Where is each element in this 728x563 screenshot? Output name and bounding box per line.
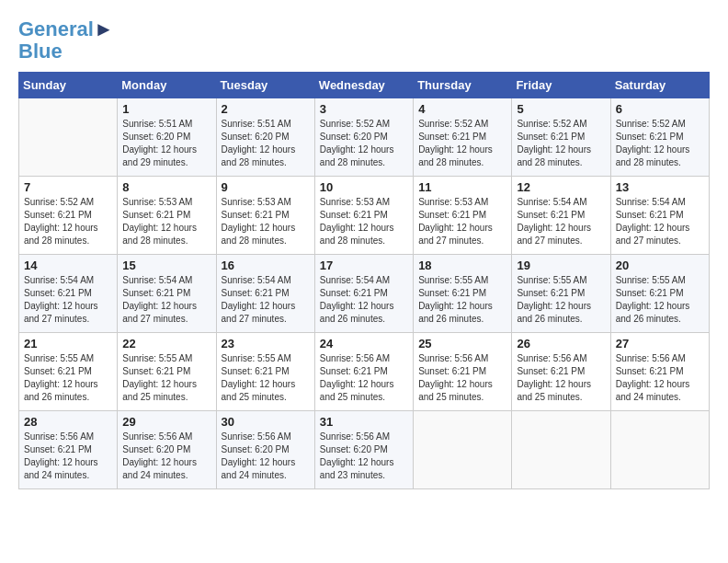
week-row-5: 28Sunrise: 5:56 AM Sunset: 6:21 PM Dayli… (19, 411, 710, 489)
calendar-cell: 3Sunrise: 5:52 AM Sunset: 6:20 PM Daylig… (314, 98, 413, 177)
day-header-wednesday: Wednesday (314, 73, 413, 98)
cell-info: Sunrise: 5:51 AM Sunset: 6:20 PM Dayligh… (122, 118, 210, 169)
calendar-cell: 2Sunrise: 5:51 AM Sunset: 6:20 PM Daylig… (216, 98, 314, 177)
calendar-cell: 4Sunrise: 5:52 AM Sunset: 6:21 PM Daylig… (414, 98, 512, 177)
day-header-sunday: Sunday (19, 73, 118, 98)
calendar-cell: 1Sunrise: 5:51 AM Sunset: 6:20 PM Daylig… (118, 98, 216, 177)
cell-info: Sunrise: 5:56 AM Sunset: 6:21 PM Dayligh… (517, 352, 605, 404)
day-header-monday: Monday (118, 73, 216, 98)
week-row-3: 14Sunrise: 5:54 AM Sunset: 6:21 PM Dayli… (19, 255, 710, 333)
day-number: 8 (122, 180, 210, 194)
cell-info: Sunrise: 5:54 AM Sunset: 6:21 PM Dayligh… (517, 196, 605, 247)
calendar-table: SundayMondayTuesdayWednesdayThursdayFrid… (18, 72, 710, 489)
day-number: 4 (418, 102, 506, 116)
calendar-cell: 12Sunrise: 5:54 AM Sunset: 6:21 PM Dayli… (512, 177, 610, 255)
calendar-cell: 6Sunrise: 5:52 AM Sunset: 6:21 PM Daylig… (610, 98, 709, 177)
cell-info: Sunrise: 5:53 AM Sunset: 6:21 PM Dayligh… (222, 196, 310, 247)
calendar-cell: 9Sunrise: 5:53 AM Sunset: 6:21 PM Daylig… (216, 177, 314, 255)
day-number: 28 (24, 415, 112, 429)
calendar-cell: 17Sunrise: 5:54 AM Sunset: 6:21 PM Dayli… (314, 255, 413, 333)
calendar-cell: 26Sunrise: 5:56 AM Sunset: 6:21 PM Dayli… (512, 333, 610, 411)
calendar-cell: 15Sunrise: 5:54 AM Sunset: 6:21 PM Dayli… (118, 255, 216, 333)
calendar-cell: 24Sunrise: 5:56 AM Sunset: 6:21 PM Dayli… (314, 333, 413, 411)
cell-info: Sunrise: 5:56 AM Sunset: 6:20 PM Dayligh… (122, 431, 210, 482)
week-row-1: 1Sunrise: 5:51 AM Sunset: 6:20 PM Daylig… (19, 98, 710, 177)
day-number: 18 (418, 259, 506, 272)
cell-info: Sunrise: 5:55 AM Sunset: 6:21 PM Dayligh… (616, 274, 704, 326)
day-number: 3 (320, 102, 408, 116)
calendar-cell: 21Sunrise: 5:55 AM Sunset: 6:21 PM Dayli… (19, 333, 118, 411)
cell-info: Sunrise: 5:55 AM Sunset: 6:21 PM Dayligh… (418, 274, 506, 326)
day-number: 2 (222, 102, 310, 116)
cell-info: Sunrise: 5:51 AM Sunset: 6:20 PM Dayligh… (222, 118, 310, 169)
day-number: 11 (418, 180, 506, 194)
cell-info: Sunrise: 5:53 AM Sunset: 6:21 PM Dayligh… (320, 196, 408, 247)
calendar-cell (19, 98, 118, 177)
day-number: 15 (122, 259, 210, 272)
cell-info: Sunrise: 5:52 AM Sunset: 6:20 PM Dayligh… (320, 118, 408, 169)
calendar-cell (512, 411, 610, 489)
calendar-cell: 25Sunrise: 5:56 AM Sunset: 6:21 PM Dayli… (414, 333, 512, 411)
cell-info: Sunrise: 5:55 AM Sunset: 6:21 PM Dayligh… (24, 352, 112, 404)
day-header-saturday: Saturday (610, 73, 709, 98)
cell-info: Sunrise: 5:54 AM Sunset: 6:21 PM Dayligh… (222, 274, 310, 326)
day-number: 26 (517, 337, 605, 350)
day-number: 20 (616, 259, 704, 272)
calendar-cell: 14Sunrise: 5:54 AM Sunset: 6:21 PM Dayli… (19, 255, 118, 333)
calendar-cell: 27Sunrise: 5:56 AM Sunset: 6:21 PM Dayli… (610, 333, 709, 411)
cell-info: Sunrise: 5:53 AM Sunset: 6:21 PM Dayligh… (418, 196, 506, 247)
calendar-cell: 28Sunrise: 5:56 AM Sunset: 6:21 PM Dayli… (19, 411, 118, 489)
calendar-cell: 11Sunrise: 5:53 AM Sunset: 6:21 PM Dayli… (414, 177, 512, 255)
cell-info: Sunrise: 5:56 AM Sunset: 6:21 PM Dayligh… (616, 352, 704, 404)
page-header: General►Blue (18, 18, 710, 63)
cell-info: Sunrise: 5:55 AM Sunset: 6:21 PM Dayligh… (517, 274, 605, 326)
calendar-cell: 5Sunrise: 5:52 AM Sunset: 6:21 PM Daylig… (512, 98, 610, 177)
calendar-cell: 19Sunrise: 5:55 AM Sunset: 6:21 PM Dayli… (512, 255, 610, 333)
calendar-cell (414, 411, 512, 489)
cell-info: Sunrise: 5:52 AM Sunset: 6:21 PM Dayligh… (616, 118, 704, 169)
day-number: 24 (320, 337, 408, 350)
cell-info: Sunrise: 5:54 AM Sunset: 6:21 PM Dayligh… (24, 274, 112, 326)
cell-info: Sunrise: 5:54 AM Sunset: 6:21 PM Dayligh… (122, 274, 210, 326)
calendar-header-row: SundayMondayTuesdayWednesdayThursdayFrid… (19, 73, 710, 98)
cell-info: Sunrise: 5:52 AM Sunset: 6:21 PM Dayligh… (517, 118, 605, 169)
calendar-cell (610, 411, 709, 489)
day-number: 30 (222, 415, 310, 429)
calendar-cell: 23Sunrise: 5:55 AM Sunset: 6:21 PM Dayli… (216, 333, 314, 411)
day-number: 21 (24, 337, 112, 350)
cell-info: Sunrise: 5:54 AM Sunset: 6:21 PM Dayligh… (616, 196, 704, 247)
day-number: 12 (517, 180, 605, 194)
calendar-cell: 22Sunrise: 5:55 AM Sunset: 6:21 PM Dayli… (118, 333, 216, 411)
day-number: 31 (320, 415, 408, 429)
day-header-tuesday: Tuesday (216, 73, 314, 98)
calendar-cell: 8Sunrise: 5:53 AM Sunset: 6:21 PM Daylig… (118, 177, 216, 255)
calendar-cell: 20Sunrise: 5:55 AM Sunset: 6:21 PM Dayli… (610, 255, 709, 333)
cell-info: Sunrise: 5:52 AM Sunset: 6:21 PM Dayligh… (24, 196, 112, 247)
week-row-2: 7Sunrise: 5:52 AM Sunset: 6:21 PM Daylig… (19, 177, 710, 255)
day-number: 7 (24, 180, 112, 194)
day-number: 29 (122, 415, 210, 429)
day-number: 1 (122, 102, 210, 116)
calendar-cell: 7Sunrise: 5:52 AM Sunset: 6:21 PM Daylig… (19, 177, 118, 255)
cell-info: Sunrise: 5:56 AM Sunset: 6:21 PM Dayligh… (24, 431, 112, 482)
day-header-thursday: Thursday (414, 73, 512, 98)
calendar-cell: 16Sunrise: 5:54 AM Sunset: 6:21 PM Dayli… (216, 255, 314, 333)
calendar-cell: 30Sunrise: 5:56 AM Sunset: 6:20 PM Dayli… (216, 411, 314, 489)
cell-info: Sunrise: 5:53 AM Sunset: 6:21 PM Dayligh… (122, 196, 210, 247)
day-number: 23 (222, 337, 310, 350)
logo: General►Blue (18, 18, 114, 63)
cell-info: Sunrise: 5:52 AM Sunset: 6:21 PM Dayligh… (418, 118, 506, 169)
day-number: 9 (222, 180, 310, 194)
cell-info: Sunrise: 5:55 AM Sunset: 6:21 PM Dayligh… (122, 352, 210, 404)
cell-info: Sunrise: 5:56 AM Sunset: 6:21 PM Dayligh… (418, 352, 506, 404)
calendar-cell: 13Sunrise: 5:54 AM Sunset: 6:21 PM Dayli… (610, 177, 709, 255)
cell-info: Sunrise: 5:56 AM Sunset: 6:20 PM Dayligh… (320, 431, 408, 482)
calendar-cell: 10Sunrise: 5:53 AM Sunset: 6:21 PM Dayli… (314, 177, 413, 255)
calendar-cell: 18Sunrise: 5:55 AM Sunset: 6:21 PM Dayli… (414, 255, 512, 333)
day-number: 14 (24, 259, 112, 272)
week-row-4: 21Sunrise: 5:55 AM Sunset: 6:21 PM Dayli… (19, 333, 710, 411)
day-number: 19 (517, 259, 605, 272)
calendar-cell: 29Sunrise: 5:56 AM Sunset: 6:20 PM Dayli… (118, 411, 216, 489)
day-number: 5 (517, 102, 605, 116)
day-header-friday: Friday (512, 73, 610, 98)
